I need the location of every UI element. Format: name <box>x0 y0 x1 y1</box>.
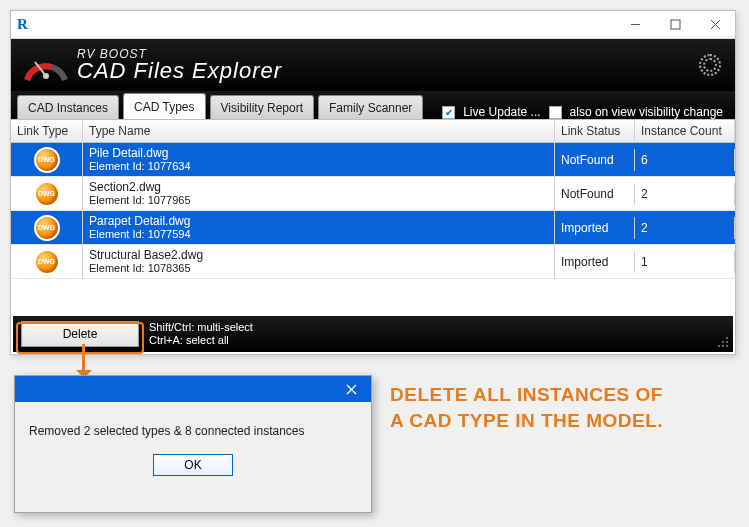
col-link-status[interactable]: Link Status <box>555 120 635 142</box>
svg-point-7 <box>722 341 724 343</box>
table-row[interactable]: DWG Pile Detail.dwg Element Id: 1077634 … <box>11 143 735 177</box>
dialog-titlebar <box>15 376 371 402</box>
row-filename: Section2.dwg <box>89 180 548 194</box>
col-type-name[interactable]: Type Name <box>83 120 555 142</box>
dwg-icon: DWG <box>34 181 60 207</box>
svg-point-9 <box>718 345 720 347</box>
svg-point-6 <box>726 337 728 339</box>
tab-cad-instances[interactable]: CAD Instances <box>17 95 119 119</box>
tabbar-right-controls: Live Update ... also on view visibility … <box>442 105 729 119</box>
message-dialog: Removed 2 selected types & 8 connected i… <box>14 375 372 513</box>
dialog-message: Removed 2 selected types & 8 connected i… <box>15 402 371 448</box>
svg-point-10 <box>722 345 724 347</box>
col-link-type[interactable]: Link Type <box>11 120 83 142</box>
also-on-view-label: also on view visibility change <box>570 105 723 119</box>
row-count: 2 <box>635 183 735 205</box>
dwg-icon: DWG <box>34 147 60 173</box>
row-element-id: Element Id: 1077965 <box>89 194 548 207</box>
row-element-id: Element Id: 1077634 <box>89 160 548 173</box>
header-ribbon: RV BOOST CAD Files Explorer <box>11 39 735 91</box>
hint-multiselect: Shift/Ctrl: multi-select <box>149 321 253 334</box>
row-element-id: Element Id: 1078365 <box>89 262 548 275</box>
row-status: Imported <box>555 217 635 239</box>
annotation-line2: A CAD TYPE IN THE MODEL. <box>390 408 730 434</box>
row-status: NotFound <box>555 183 635 205</box>
live-update-label: Live Update ... <box>463 105 540 119</box>
app-icon: R <box>17 16 35 34</box>
also-on-view-checkbox[interactable] <box>549 106 562 119</box>
main-window: R RV BOOST CAD Files Explorer CAD Insta <box>10 10 736 355</box>
footer-bar: Delete Shift/Ctrl: multi-select Ctrl+A: … <box>13 316 733 352</box>
row-status: NotFound <box>555 149 635 171</box>
row-element-id: Element Id: 1077594 <box>89 228 548 241</box>
row-filename: Pile Detail.dwg <box>89 146 548 160</box>
svg-point-8 <box>726 341 728 343</box>
selection-hints: Shift/Ctrl: multi-select Ctrl+A: select … <box>149 321 253 347</box>
row-count: 1 <box>635 251 735 273</box>
titlebar: R <box>11 11 735 39</box>
grid-body: DWG Pile Detail.dwg Element Id: 1077634 … <box>11 143 735 279</box>
row-filename: Parapet Detail.dwg <box>89 214 548 228</box>
gauge-icon <box>23 44 69 86</box>
table-row[interactable]: DWG Parapet Detail.dwg Element Id: 10775… <box>11 211 735 245</box>
hint-selectall: Ctrl+A: select all <box>149 334 253 347</box>
minimize-button[interactable] <box>615 11 655 39</box>
col-instance-count[interactable]: Instance Count <box>635 120 735 142</box>
row-filename: Structural Base2.dwg <box>89 248 548 262</box>
annotation-callout: DELETE ALL INSTANCES OF A CAD TYPE IN TH… <box>390 382 730 433</box>
dialog-close-button[interactable] <box>331 376 371 402</box>
grid-header: Link Type Type Name Link Status Instance… <box>11 120 735 143</box>
tab-family-scanner[interactable]: Family Scanner <box>318 95 423 119</box>
maximize-button[interactable] <box>655 11 695 39</box>
ok-button[interactable]: OK <box>153 454 233 476</box>
users-icon[interactable] <box>699 54 721 76</box>
header-text: RV BOOST CAD Files Explorer <box>77 48 282 82</box>
resize-grip[interactable] <box>716 335 730 349</box>
tab-visibility-report[interactable]: Visibility Report <box>210 95 314 119</box>
row-status: Imported <box>555 251 635 273</box>
header-line2: CAD Files Explorer <box>77 60 282 82</box>
tab-cad-types[interactable]: CAD Types <box>123 93 205 119</box>
svg-point-11 <box>726 345 728 347</box>
table-row[interactable]: DWG Section2.dwg Element Id: 1077965 Not… <box>11 177 735 211</box>
row-count: 6 <box>635 149 735 171</box>
live-update-checkbox[interactable] <box>442 106 455 119</box>
grid: Link Type Type Name Link Status Instance… <box>11 119 735 279</box>
tabbar: CAD Instances CAD Types Visibility Repor… <box>11 91 735 119</box>
close-button[interactable] <box>695 11 735 39</box>
delete-button[interactable]: Delete <box>21 321 139 347</box>
svg-rect-1 <box>671 20 680 29</box>
dwg-icon: DWG <box>34 215 60 241</box>
annotation-line1: DELETE ALL INSTANCES OF <box>390 382 730 408</box>
table-row[interactable]: DWG Structural Base2.dwg Element Id: 107… <box>11 245 735 279</box>
dwg-icon: DWG <box>34 249 60 275</box>
row-count: 2 <box>635 217 735 239</box>
